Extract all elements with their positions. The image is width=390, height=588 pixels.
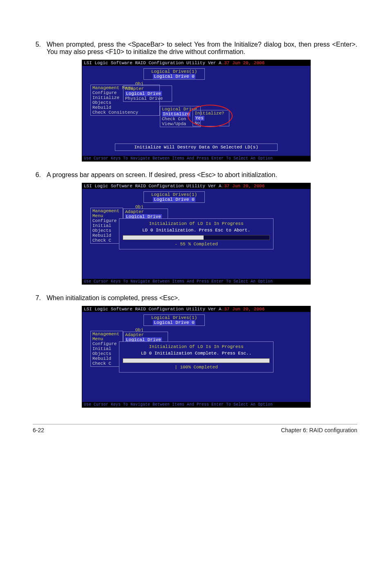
bios-footer-hint: Use Cursor Keys To Navigate Between Item… [82,402,310,407]
chapter-title: Chapter 6: RAID configuration [281,427,357,433]
step-text: A progress bar appears on screen. If des… [47,171,357,179]
progress-bar [123,358,270,363]
bios-screenshot-progress: LSI Logic Software RAID Configuration Ut… [82,183,311,285]
step-text: When prompted, press the <SpaceBar> to s… [47,41,357,56]
step-number: 6. [33,171,47,179]
progress-fill [123,236,204,240]
bios-body: Logical Drives(1) Logical Drive 0 Obj Ma… [82,66,310,156]
progress-box: Initialization Of LD Is In Progress LD 0… [119,218,273,249]
logical-drives-box: Logical Drives(1) Logical Drive 0 [143,314,205,326]
bios-title: LSI Logic Software RAID Configuration Ut… [82,60,310,66]
page-number: 6-22 [33,427,44,433]
bios-screenshot-initialize-prompt: LSI Logic Software RAID Configuration Ut… [82,60,311,162]
progress-message: LD 0 Initialization. Press Esc to Abort. [123,228,270,233]
bios-body: Logical Drives(1) Logical Drive 0 Obj Ma… [82,312,310,402]
step-7: 7. When initialization is completed, pre… [33,294,357,302]
step-number: 7. [33,294,47,302]
progress-header: Initialization Of LD Is In Progress [123,221,270,226]
bios-footer-hint: Use Cursor Keys To Navigate Between Item… [82,279,310,284]
progress-message: LD 0 Initialization Complete. Press Esc.… [123,351,270,356]
progress-percent: - 55 % Completed [123,242,270,247]
bios-screenshot-complete: LSI Logic Software RAID Configuration Ut… [82,306,311,408]
progress-box: Initialization Of LD Is In Progress LD 0… [119,341,273,373]
adapter-box: Adapter Logical Drive Physical Drive [123,85,172,102]
step-5: 5. When prompted, press the <SpaceBar> t… [33,41,357,56]
logical-drives-box: Logical Drives(1) Logical Drive 0 [143,191,205,203]
logical-drives-box: Logical Drives(1) Logical Drive 0 [143,68,205,80]
progress-fill [123,359,269,363]
progress-percent: | 100% Completed [123,365,270,370]
page-footer: 6-22 Chapter 6: RAID configuration [33,424,357,433]
bios-title: LSI Logic Software RAID Configuration Ut… [82,306,310,312]
bios-footer-hint: Use Cursor Keys To Navigate Between Item… [82,156,310,161]
management-menu-box: Management Menu Configure Initial Object… [90,331,123,367]
bios-title: LSI Logic Software RAID Configuration Ut… [82,183,310,189]
progress-bar [123,235,270,240]
step-6: 6. A progress bar appears on screen. If … [33,171,357,179]
warning-message: Initialize Will Destroy Data On Selected… [115,144,278,151]
management-menu-box: Management Menu Configure Initial Object… [90,208,123,244]
step-text: When initialization is completed, press … [47,294,357,302]
bios-body: Logical Drives(1) Logical Drive 0 Obj Ma… [82,189,310,279]
annotation-circle [188,105,233,127]
progress-header: Initialization Of LD Is In Progress [123,344,270,349]
step-number: 5. [33,41,47,56]
